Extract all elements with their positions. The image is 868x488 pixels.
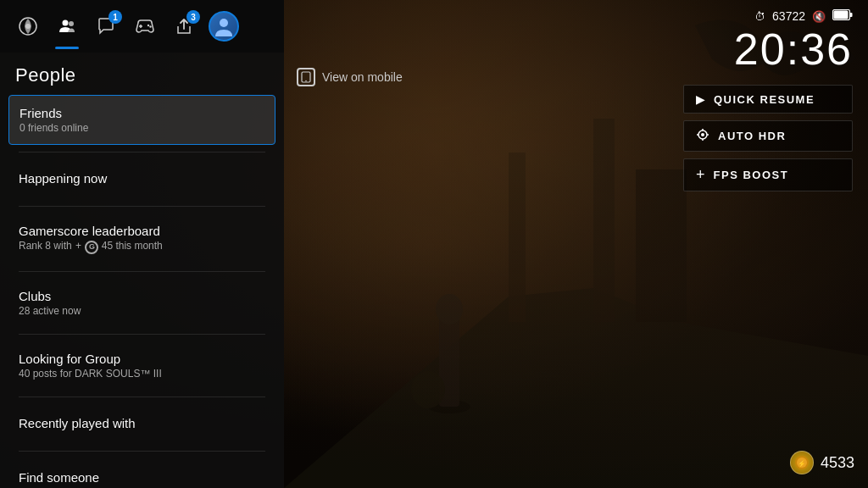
svg-rect-23 [834, 11, 849, 19]
menu-item-find-title: Find someone [19, 470, 265, 485]
menu-item-clubs[interactable]: Clubs 28 active now [8, 279, 275, 327]
fps-boost-label: FPS BOOST [714, 169, 789, 181]
menu-item-clubs-title: Clubs [19, 289, 265, 303]
sidebar: 1 3 People [0, 0, 284, 488]
svg-point-13 [69, 21, 74, 26]
menu-item-lfg[interactable]: Looking for Group 40 posts for DARK SOUL… [8, 341, 275, 390]
menu-item-lfg-subtitle: 40 posts for DARK SOULS™ III [19, 368, 265, 380]
top-nav: 1 3 [0, 0, 284, 53]
divider-2 [19, 206, 265, 207]
fps-boost-button[interactable]: + FPS BOOST [683, 158, 853, 191]
view-on-mobile-button[interactable]: View on mobile [297, 68, 403, 86]
plus-icon: + [696, 166, 705, 184]
nav-people-button[interactable] [49, 8, 85, 44]
svg-point-12 [63, 20, 69, 26]
page-title: People [0, 53, 284, 95]
quick-resume-label: QUICK RESUME [714, 93, 815, 106]
svg-text:⚡: ⚡ [798, 459, 806, 468]
chat-badge: 1 [108, 10, 122, 24]
menu-item-happening-title: Happening now [19, 171, 265, 186]
share-badge: 3 [186, 10, 200, 24]
gamerscore-value: 63722 [772, 9, 805, 23]
view-on-mobile-label: View on mobile [322, 70, 403, 84]
souls-icon: ⚡ [790, 451, 814, 474]
souls-count: 4533 [821, 454, 854, 472]
mobile-icon [297, 68, 315, 86]
menu-item-friends-title: Friends [19, 106, 264, 120]
svg-rect-22 [850, 13, 853, 17]
divider-3 [19, 271, 265, 272]
svg-point-11 [25, 24, 31, 29]
divider-6 [19, 451, 265, 452]
nav-xbox-button[interactable] [10, 8, 46, 44]
divider-4 [19, 334, 265, 335]
divider-5 [19, 396, 265, 397]
bottom-score: ⚡ 4533 [790, 451, 854, 474]
nav-share-button[interactable]: 3 [166, 8, 202, 44]
svg-point-16 [147, 25, 149, 26]
svg-point-20 [305, 80, 307, 82]
svg-point-18 [220, 19, 228, 27]
nav-controller-button[interactable] [127, 8, 163, 44]
menu-item-friends-subtitle: 0 friends online [19, 122, 264, 134]
divider-1 [19, 152, 265, 152]
auto-hdr-button[interactable]: AUTO HDR [683, 120, 853, 152]
menu-item-gamerscore-title: Gamerscore leaderboard [19, 224, 265, 238]
quick-resume-button[interactable]: ▶ QUICK RESUME [683, 85, 853, 114]
menu-item-gamerscore-subtitle: Rank 8 with + G 45 this month [19, 240, 265, 254]
menu-item-clubs-subtitle: 28 active now [19, 305, 265, 317]
menu-item-recently-title: Recently played with [19, 416, 265, 430]
menu-item-find-someone[interactable]: Find someone [8, 458, 275, 489]
play-icon: ▶ [696, 92, 705, 106]
clock-display: 20:36 [683, 27, 853, 71]
nav-chat-button[interactable]: 1 [88, 8, 124, 44]
menu-item-recently-played[interactable]: Recently played with [8, 404, 275, 444]
menu-item-gamerscore[interactable]: Gamerscore leaderboard Rank 8 with + G 4… [8, 214, 275, 264]
menu-item-lfg-title: Looking for Group [19, 352, 265, 366]
menu-item-happening-now[interactable]: Happening now [8, 159, 275, 199]
hdr-icon [696, 128, 709, 144]
gamerscore-icon: G [85, 241, 98, 254]
svg-point-25 [701, 133, 704, 136]
user-avatar[interactable] [209, 11, 239, 42]
action-buttons: ▶ QUICK RESUME AUTO HDR + FPS BOOST [683, 85, 853, 191]
clock-icon: ⏱ [754, 10, 765, 23]
menu-item-friends[interactable]: Friends 0 friends online [8, 95, 275, 145]
battery-icon [832, 8, 853, 24]
mute-icon: 🔇 [812, 10, 826, 23]
plus-symbol: + [75, 240, 81, 252]
status-bar: ⏱ 63722 🔇 [683, 8, 853, 24]
hud: ⏱ 63722 🔇 20:36 ▶ QUICK RESUME [668, 0, 868, 207]
auto-hdr-label: AUTO HDR [718, 130, 786, 142]
svg-point-17 [149, 25, 151, 27]
menu-list: Friends 0 friends online Happening now G… [0, 95, 284, 488]
